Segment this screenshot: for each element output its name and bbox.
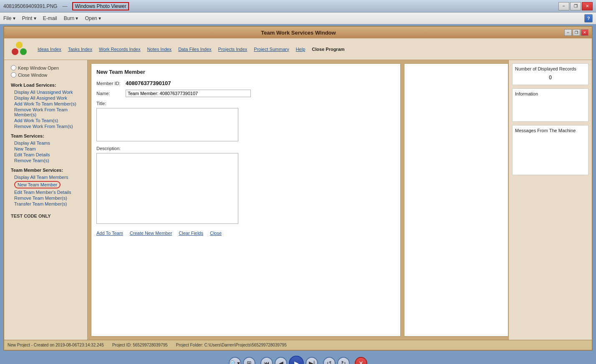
nav-tasks-index[interactable]: Tasks Index — [65, 46, 96, 53]
create-new-member-link[interactable]: Create New Member — [130, 231, 172, 236]
member-id-row: Member ID: 408076377390107 — [96, 80, 395, 86]
os-help-button[interactable]: ? — [584, 14, 593, 23]
keep-window-radio-input[interactable] — [11, 65, 16, 70]
description-label: Description: — [96, 146, 121, 151]
app-title: Team Work Services Window — [33, 30, 564, 36]
sidebar-new-team[interactable]: New Team — [11, 146, 81, 152]
member-id-label: Member ID: — [96, 81, 126, 86]
nav-notes-index[interactable]: Notes Index — [144, 46, 175, 53]
sidebar-display-all-teams[interactable]: Display All Teams — [11, 140, 81, 146]
nav-data-files-index[interactable]: Data Files Index — [175, 46, 215, 53]
os-title-appname: Windows Photo Viewer — [72, 3, 129, 9]
toolbar-first-button[interactable]: ⏮ — [260, 357, 273, 364]
name-label: Name: — [96, 91, 126, 96]
svg-point-0 — [16, 42, 23, 48]
menu-print[interactable]: Print ▾ — [22, 15, 36, 21]
os-close-button[interactable]: ✕ — [582, 2, 593, 10]
form-panel-title: New Team Member — [96, 69, 395, 75]
status-project-info: New Project - Created on 2019-08-06T23:1… — [8, 343, 104, 347]
app-logo — [11, 41, 28, 57]
title-textarea[interactable] — [96, 108, 238, 141]
sidebar-display-all-members[interactable]: Display All Team Members — [11, 174, 81, 180]
sidebar-add-work-member[interactable]: Add Work To Team Member(s) — [11, 101, 81, 107]
app-window: Team Work Services Window − ❐ ✕ Ideas In… — [3, 26, 593, 351]
sidebar-radio-group: Keep Window Open Close Window — [11, 65, 81, 78]
nav-close-program[interactable]: Close Program — [308, 46, 348, 53]
os-restore-button[interactable]: ❐ — [570, 2, 581, 10]
toolbar-zoom-button[interactable]: 🔍▾ — [229, 357, 241, 364]
sidebar-edit-member-details[interactable]: Edit Team Member's Details — [11, 189, 81, 195]
app-titlebar: Team Work Services Window − ❐ ✕ — [4, 27, 592, 38]
svg-point-2 — [20, 48, 27, 55]
app-body: Keep Window Open Close Window Work Load … — [4, 60, 592, 340]
workload-services-title: Work Load Services: — [11, 83, 81, 88]
nav-ideas-index[interactable]: Ideas Index — [34, 46, 65, 53]
keep-window-label: Keep Window Open — [18, 65, 59, 70]
status-bar: New Project - Created on 2019-08-06T23:1… — [4, 340, 592, 350]
displayed-records-box: Number of Displayed Records 0 — [512, 63, 588, 85]
bottom-toolbar: 🔍▾ ⊞ ⏮ ◀ ▶ ▶| ↺ ↻ ✕ — [0, 352, 596, 364]
toolbar-fit-button[interactable]: ⊞ — [243, 357, 255, 364]
nav-project-summary[interactable]: Project Summary — [250, 46, 292, 53]
toolbar-rotate-left-button[interactable]: ↺ — [323, 357, 336, 364]
sidebar-remove-work-team[interactable]: Remove Work From Team(s) — [11, 123, 81, 129]
sidebar-display-assigned[interactable]: Display All Assigned Work — [11, 95, 81, 101]
name-input[interactable] — [126, 90, 251, 97]
information-box: Information — [512, 88, 588, 122]
os-minimize-button[interactable]: − — [558, 2, 569, 10]
add-to-team-link[interactable]: Add To Team — [96, 231, 123, 236]
toolbar-next-button[interactable]: ▶| — [306, 357, 318, 364]
description-textarea[interactable] — [96, 153, 238, 224]
os-titlebar-controls: − ❐ ✕ — [558, 2, 593, 10]
status-project-folder: Project Folder: C:\Users\Darren\Projects… — [176, 343, 287, 347]
toolbar-play-button[interactable]: ▶ — [289, 356, 304, 364]
sidebar-remove-work-member[interactable]: Remove Work From Team Member(s) — [11, 107, 81, 118]
form-actions: Add To Team Create New Member Clear Fiel… — [96, 231, 395, 236]
sidebar-display-unassigned[interactable]: Display All Unassigned Work — [11, 89, 81, 95]
os-titlebar: 408195069409391.PNG — Windows Photo View… — [0, 0, 596, 13]
test-code-label: TEST CODE ONLY — [11, 213, 81, 218]
right-panel: Number of Displayed Records 0 Informatio… — [508, 60, 592, 340]
toolbar-rotate-right-button[interactable]: ↻ — [337, 357, 350, 364]
menu-email[interactable]: E-mail — [43, 15, 57, 21]
app-titlebar-controls: − ❐ ✕ — [564, 29, 588, 36]
middle-panel — [404, 63, 508, 336]
information-title: Information — [515, 91, 586, 96]
title-label: Title: — [96, 101, 106, 106]
nav-projects-index[interactable]: Projects Index — [215, 46, 251, 53]
sidebar-add-work-team[interactable]: Add Work To Team(s) — [11, 118, 81, 123]
menu-open[interactable]: Open ▾ — [85, 15, 101, 21]
sidebar-close-window-radio[interactable]: Close Window — [11, 72, 81, 78]
os-title-filename: 408195069409391.PNG — [3, 3, 57, 9]
toolbar-prev-button[interactable]: ◀ — [275, 357, 287, 364]
sidebar-new-team-member[interactable]: New Team Member — [14, 181, 61, 188]
clear-fields-link[interactable]: Clear Fields — [179, 231, 203, 236]
app-close-button[interactable]: ✕ — [581, 29, 588, 36]
app-navbar: Ideas Index Tasks Index Work Records Ind… — [4, 38, 592, 60]
menu-file[interactable]: File ▾ — [3, 15, 15, 21]
nav-help[interactable]: Help — [293, 46, 309, 53]
name-row: Name: — [96, 90, 395, 97]
sidebar-remove-teams[interactable]: Remove Team(s) — [11, 158, 81, 163]
nav-work-records-index[interactable]: Work Records Index — [96, 46, 144, 53]
app-minimize-button[interactable]: − — [564, 29, 572, 36]
status-project-id: Project ID: 565299728039795 — [112, 343, 168, 347]
sidebar-remove-member[interactable]: Remove Team Member(s) — [11, 195, 81, 201]
toolbar-delete-button[interactable]: ✕ — [355, 357, 367, 364]
os-title-highlighted: Windows Photo Viewer — [72, 2, 129, 10]
svg-point-1 — [12, 48, 18, 55]
sidebar: Keep Window Open Close Window Work Load … — [4, 60, 88, 340]
app-restore-button[interactable]: ❐ — [573, 29, 580, 36]
menu-burn[interactable]: Burn ▾ — [64, 15, 78, 21]
os-menubar: File ▾ Print ▾ E-mail Burn ▾ Open ▾ ? — [0, 13, 596, 24]
team-member-services-title: Team Member Services: — [11, 168, 81, 173]
sidebar-keep-window-radio[interactable]: Keep Window Open — [11, 65, 81, 70]
displayed-records-title: Number of Displayed Records — [515, 66, 586, 71]
close-form-link[interactable]: Close — [210, 231, 222, 236]
close-window-radio-input[interactable] — [11, 72, 16, 78]
sidebar-transfer-member[interactable]: Transfer Team Member(s) — [11, 201, 81, 207]
center-panel: New Team Member Member ID: 4080763773901… — [91, 63, 401, 336]
sidebar-edit-team-details[interactable]: Edit Team Details — [11, 152, 81, 158]
displayed-records-value: 0 — [515, 73, 586, 82]
description-group: Description: — [96, 146, 395, 224]
